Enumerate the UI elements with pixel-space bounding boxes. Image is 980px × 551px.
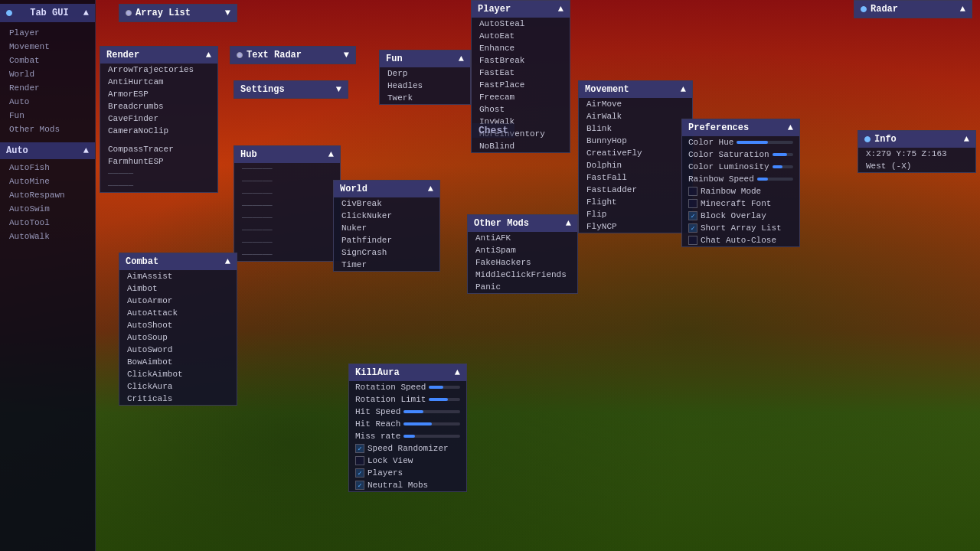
chat-auto-close-item[interactable]: Chat Auto-Close — [682, 234, 799, 246]
combat-header[interactable]: Combat ▲ — [119, 253, 237, 270]
rotation-speed-track[interactable] — [429, 386, 460, 389]
color-luminosity-track[interactable] — [773, 165, 793, 168]
hub-item-1[interactable]: ────── — [234, 163, 340, 175]
mov-item-bunnyhop[interactable]: BunnyHop — [579, 135, 692, 147]
sidebar-item-other-mods[interactable]: Other Mods — [0, 122, 95, 136]
om-item-antispam[interactable]: AntiSpam — [468, 244, 577, 256]
om-item-fakehackers[interactable]: FakeHackers — [468, 256, 577, 269]
mov-item-flyncp[interactable]: FlyNCP — [579, 220, 692, 233]
color-saturation-track[interactable] — [773, 153, 793, 156]
world-item-signcrash[interactable]: SignCrash — [334, 246, 439, 259]
sidebar-item-combat[interactable]: Combat — [0, 54, 95, 67]
chat-auto-close-checkbox[interactable] — [688, 236, 697, 245]
mov-item-creativefly[interactable]: CreativeFly — [579, 147, 692, 159]
speed-randomizer-checkbox[interactable]: ✓ — [355, 444, 364, 453]
player-item-ghost[interactable]: Ghost — [472, 103, 570, 116]
minecraft-font-checkbox[interactable] — [688, 199, 697, 208]
block-overlay-item[interactable]: ✓ Block Overlay — [682, 210, 799, 222]
combat-item-clickaura[interactable]: ClickAura — [119, 380, 237, 393]
lock-view-item[interactable]: Lock View — [349, 455, 466, 467]
sidebar-item-world[interactable]: World — [0, 67, 95, 81]
render-item-armoresp[interactable]: ArmorESP — [100, 88, 217, 100]
hub-header[interactable]: Hub ▲ — [234, 146, 340, 163]
render-item-breadcrumbs[interactable]: Breadcrumbs — [100, 100, 217, 112]
combat-item-aimbot[interactable]: Aimbot — [119, 282, 237, 295]
sidebar-item-player[interactable]: Player — [0, 26, 95, 40]
hub-item-7[interactable]: ────── — [234, 236, 340, 249]
killaura-header[interactable]: KillAura ▲ — [349, 364, 466, 381]
hub-item-6[interactable]: ────── — [234, 224, 340, 236]
mov-item-fastladder[interactable]: FastLadder — [579, 184, 692, 196]
combat-item-autoarmor[interactable]: AutoArmor — [119, 295, 237, 307]
movement-header[interactable]: Movement ▲ — [579, 81, 692, 98]
om-item-panic[interactable]: Panic — [468, 281, 577, 293]
render-header[interactable]: Render ▲ — [100, 47, 217, 64]
hit-speed-track[interactable] — [403, 410, 460, 413]
tab-gui-header[interactable]: Tab GUI ▲ — [0, 4, 95, 22]
rotation-limit-track[interactable] — [429, 398, 460, 401]
render-item-compasstracer[interactable]: CompassTracer — [100, 143, 217, 155]
info-header[interactable]: Info ▲ — [858, 131, 975, 148]
player-item-noblind[interactable]: NoBlind — [472, 140, 570, 152]
combat-item-clickaimbot[interactable]: ClickAimbot — [119, 368, 237, 380]
sidebar-item-autotool[interactable]: AutoTool — [0, 216, 95, 230]
neutral-mobs-checkbox[interactable]: ✓ — [355, 481, 364, 490]
render-item-farmhuntesp[interactable]: FarmhuntESP — [100, 155, 217, 168]
rainbow-mode-checkbox[interactable] — [688, 187, 697, 196]
combat-item-aimassist[interactable]: AimAssist — [119, 270, 237, 282]
combat-item-autoshoot[interactable]: AutoShoot — [119, 319, 237, 331]
fun-item-headles[interactable]: Headles — [380, 80, 470, 92]
render-item-d1[interactable]: ───── — [100, 168, 217, 180]
rainbow-speed-track[interactable] — [757, 178, 793, 181]
player-item-fastplace[interactable]: FastPlace — [472, 79, 570, 91]
other-mods-header[interactable]: Other Mods ▲ — [468, 215, 577, 232]
hub-item-2[interactable]: ────── — [234, 175, 340, 187]
sidebar-item-automine[interactable]: AutoMine — [0, 174, 95, 188]
sidebar-item-autowalk[interactable]: AutoWalk — [0, 230, 95, 243]
mov-item-flight[interactable]: Flight — [579, 196, 692, 208]
players-item[interactable]: ✓ Players — [349, 467, 466, 479]
mov-item-dolphin[interactable]: Dolphin — [579, 159, 692, 171]
mov-item-airwalk[interactable]: AirWalk — [579, 110, 692, 122]
radar-header[interactable]: Radar ▲ — [854, 1, 972, 18]
hub-item-4[interactable]: ────── — [234, 200, 340, 212]
mov-item-airmove[interactable]: AirMove — [579, 98, 692, 110]
short-array-list-item[interactable]: ✓ Short Array List — [682, 222, 799, 234]
render-item-cameranoclip[interactable]: CameraNoClip — [100, 125, 217, 137]
sidebar-item-render[interactable]: Render — [0, 81, 95, 95]
neutral-mobs-item[interactable]: ✓ Neutral Mobs — [349, 479, 466, 491]
combat-item-criticals[interactable]: Criticals — [119, 393, 237, 405]
player-header[interactable]: Player ▲ — [472, 1, 570, 18]
render-item-arrow[interactable]: ArrowTrajectories — [100, 64, 217, 76]
mov-item-flip[interactable]: Flip — [579, 208, 692, 220]
mov-item-blink[interactable]: Blink — [579, 122, 692, 135]
world-item-pathfinder[interactable]: Pathfinder — [334, 234, 439, 246]
sidebar-item-fun[interactable]: Fun — [0, 109, 95, 122]
player-item-autosteal[interactable]: AutoSteal — [472, 18, 570, 30]
player-item-freecam[interactable]: Freecam — [472, 91, 570, 103]
settings-header[interactable]: Settings ▼ — [234, 81, 348, 98]
world-item-civbreak[interactable]: CivBreak — [334, 197, 439, 210]
fun-item-derp[interactable]: Derp — [380, 67, 470, 80]
om-item-antiafk[interactable]: AntiAFK — [468, 232, 577, 244]
preferences-header[interactable]: Preferences ▲ — [682, 119, 799, 136]
player-item-fastbreak[interactable]: FastBreak — [472, 54, 570, 67]
auto-section-header[interactable]: Auto ▲ — [0, 142, 95, 159]
block-overlay-checkbox[interactable]: ✓ — [688, 211, 697, 220]
hub-item-5[interactable]: ────── — [234, 212, 340, 224]
speed-randomizer-item[interactable]: ✓ Speed Randomizer — [349, 442, 466, 455]
lock-view-checkbox[interactable] — [355, 456, 364, 465]
sidebar-item-autorespawn[interactable]: AutoRespawn — [0, 188, 95, 202]
short-array-list-checkbox[interactable]: ✓ — [688, 223, 697, 233]
player-item-enhance[interactable]: Enhance — [472, 42, 570, 54]
render-item-d2[interactable]: ───── — [100, 180, 217, 192]
player-item-autoeat[interactable]: AutoEat — [472, 30, 570, 42]
mov-item-fastfall[interactable]: FastFall — [579, 171, 692, 184]
om-item-middleclick[interactable]: MiddleClickFriends — [468, 269, 577, 281]
hub-item-8[interactable]: ────── — [234, 249, 340, 261]
render-item-cavefinder[interactable]: CaveFinder — [100, 112, 217, 125]
sidebar-item-autofish[interactable]: AutoFish — [0, 161, 95, 174]
miss-rate-track[interactable] — [403, 435, 460, 438]
fun-item-twerk[interactable]: Twerk — [380, 92, 470, 104]
combat-item-autoattack[interactable]: AutoAttack — [119, 307, 237, 319]
